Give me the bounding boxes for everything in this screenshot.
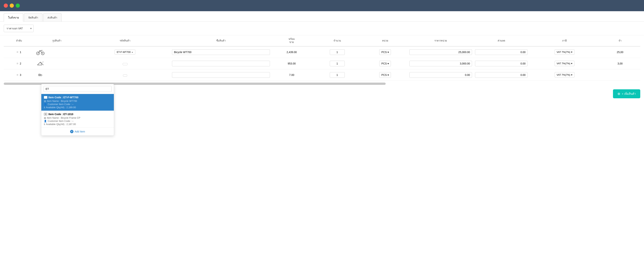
price-input-2[interactable] — [410, 61, 472, 66]
add-item-option[interactable]: + Add Item — [41, 128, 114, 136]
row-order: 1 — [20, 51, 21, 54]
item-code-line-1: Item Code : ET-1010 — [44, 113, 111, 116]
discount-input-2[interactable] — [475, 61, 528, 66]
chevron-down-unit-icon: ▾ — [388, 51, 389, 54]
th-ready: พร้อมขาย — [272, 35, 312, 46]
tax-select-1[interactable]: VAT 7%(7%) ▾ — [555, 49, 574, 55]
product-image-frame — [36, 60, 45, 67]
info-icon: ℹ — [44, 123, 45, 126]
person-icon: 👤 — [44, 103, 47, 106]
dropdown-search-area — [41, 84, 114, 94]
tax-text-1: VAT 7%(7%) — [557, 51, 570, 54]
th-tax: ภาษี — [529, 35, 600, 46]
item-name-input-3[interactable] — [172, 72, 270, 78]
item-code-label-0: Item Code : ET-F-WT700 — [48, 96, 78, 99]
th-discount: ส่วนลด — [474, 35, 529, 46]
dropdown-search-input[interactable] — [44, 86, 112, 92]
item-name-input-1[interactable] — [172, 49, 270, 55]
dropdown-item-0[interactable]: Item Code : ET-F-WT700 ▤ Item Name : Bic… — [41, 94, 114, 111]
th-unit: หน่วย — [362, 35, 408, 46]
info-icon: ℹ — [44, 106, 45, 109]
item-customer-code-text-0: Customer Item Code : – — [48, 103, 74, 106]
svg-rect-16 — [39, 74, 40, 76]
th-code: รหัสสินค้า — [80, 35, 170, 46]
tax-text-3: VAT 7%(7%) — [557, 74, 570, 76]
item-code-label-1: Item Code : ET-1010 — [48, 113, 73, 116]
table-row: ≡ 3 — [4, 69, 640, 80]
item-qty-line-0: ℹ Available Qty(All) : 2,189.00 — [44, 106, 111, 109]
item-code-text-1: ET-F-WT700 — [117, 51, 130, 54]
ready-qty-1: 2,439.00 — [286, 51, 297, 54]
qty-input-1[interactable] — [330, 49, 345, 55]
item-customer-code-line-0: 👤 Customer Item Code : – — [44, 103, 111, 106]
tabs-bar: ใบสั่งขาย จัดสินค้า ส่งสินค้า — [0, 11, 644, 22]
chevron-down-icon: ▾ — [388, 74, 389, 76]
chevron-down-tax-icon: ▾ — [571, 62, 572, 65]
item-search-dropdown: Item Code : ET-F-WT700 ▤ Item Name : Bic… — [41, 84, 114, 136]
drag-icon[interactable]: ≡ — [17, 62, 18, 65]
plus-circle-icon: + — [70, 130, 74, 133]
item-name-text-1: Item Name : Bicycle Frame CP — [47, 116, 80, 119]
item-qty-line-1: ℹ Available Qty(All) : 2,187.00 — [44, 123, 111, 126]
item-name-input-2[interactable] — [172, 61, 270, 66]
chevron-down-tax-icon: ▾ — [571, 74, 572, 76]
item-customer-code-line-1: 👤 Customer Item Code : – — [44, 120, 111, 122]
item-code-badge-3[interactable] — [123, 74, 127, 76]
dropdown-item-1[interactable]: Item Code : ET-1010 ▤ Item Name : Bicycl… — [41, 111, 114, 128]
unit-select-1[interactable]: PCS ▾ — [379, 49, 391, 55]
chevron-down-tax-icon: ▾ — [571, 51, 572, 54]
price-input-3[interactable] — [410, 72, 472, 78]
product-image-gear — [36, 71, 45, 79]
item-qty-text-1: Available Qty(All) : 2,187.00 — [46, 123, 76, 126]
tab-order[interactable]: ใบสั่งขาย — [4, 14, 23, 22]
close-button[interactable] — [4, 4, 8, 8]
chevron-down-icon: ▾ — [388, 62, 389, 65]
item-code-badge-2[interactable] — [123, 63, 128, 65]
discount-input-3[interactable] — [475, 72, 528, 78]
item-code-badge-1[interactable]: ET-F-WT700 ▲ — [114, 50, 135, 54]
item-name-line-1: ▤ Item Name : Bicycle Frame CP — [44, 116, 111, 119]
items-table: ลำดับ รูปสินค้า รหัสสินค้า ชื่อสินค้า พร… — [4, 35, 640, 81]
unit-select-3[interactable]: PCS ▾ — [379, 72, 391, 78]
th-image: รูปสินค้า — [34, 35, 80, 46]
th-order: ลำดับ — [4, 35, 34, 46]
unit-select-2[interactable]: PCS ▾ — [379, 61, 391, 66]
table-wrapper: ลำดับ รูปสินค้า รหัสสินค้า ชื่อสินค้า พร… — [0, 35, 644, 87]
tab-manage[interactable]: จัดสินค้า — [24, 14, 42, 22]
th-qty: จำนวน — [312, 35, 362, 46]
item-name-line-0: ▤ Item Name : Bicycle WT700 — [44, 100, 111, 102]
svg-line-15 — [42, 62, 43, 62]
qty-input-3[interactable] — [330, 72, 345, 78]
add-item-label: Add Item — [74, 130, 85, 133]
chevron-down-icon: ▾ — [30, 27, 32, 30]
maximize-button[interactable] — [16, 4, 20, 8]
price-input-1[interactable] — [410, 49, 472, 55]
discount-input-1[interactable] — [475, 49, 528, 55]
svg-rect-17 — [40, 74, 42, 76]
minimize-button[interactable] — [10, 4, 14, 8]
vat-label: ราคาแยก VAT — [6, 26, 23, 30]
item-name-text-0: Item Name : Bicycle WT700 — [47, 100, 77, 102]
chevron-up-icon: ▲ — [132, 51, 133, 53]
tax-select-3[interactable]: VAT 7%(7%) ▾ — [555, 72, 574, 78]
drag-icon[interactable]: ≡ — [17, 73, 18, 76]
qty-input-2[interactable] — [330, 61, 345, 66]
person-icon: 👤 — [44, 120, 47, 122]
card-icon — [44, 113, 47, 116]
list-icon: ▤ — [44, 100, 46, 102]
tax-text-2: VAT 7%(7%) — [557, 62, 570, 65]
drag-icon[interactable]: ≡ — [17, 50, 18, 54]
tax-select-2[interactable]: VAT 7%(7%) ▾ — [555, 61, 574, 66]
svg-point-18 — [39, 74, 40, 75]
item-qty-text-0: Available Qty(All) : 2,189.00 — [46, 106, 76, 109]
th-price: ราคา/หน่วย — [408, 35, 474, 46]
unit-text-1: PCS — [381, 51, 387, 54]
tab-ship[interactable]: ส่งสินค้า — [43, 14, 62, 22]
ready-qty-3: 7.00 — [289, 74, 294, 76]
add-product-button[interactable]: ⊕ + เพิ่มสินค้า — [613, 89, 640, 98]
svg-line-12 — [40, 62, 43, 65]
vat-dropdown[interactable]: ราคาแยก VAT ▾ — [4, 25, 34, 32]
unit-text-3: PCS — [381, 74, 387, 76]
add-product-plus-icon: ⊕ — [618, 92, 620, 96]
list-icon: ▤ — [44, 116, 46, 119]
